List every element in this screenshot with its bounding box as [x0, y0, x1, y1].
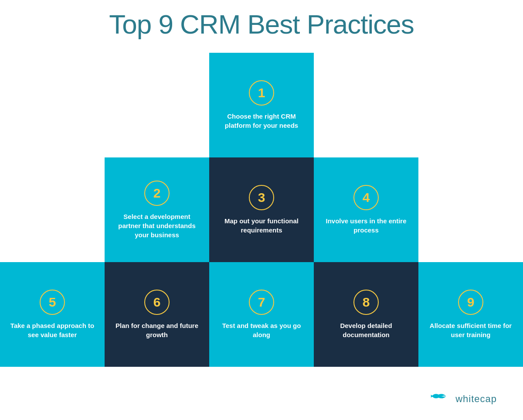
- tile-5: 5 Take a phased approach to see value fa…: [0, 262, 105, 367]
- row-1: 1 Choose the right CRM platform for your…: [0, 53, 523, 157]
- number-2: 2: [153, 187, 161, 200]
- number-6: 6: [153, 296, 161, 309]
- number-3: 3: [258, 191, 265, 204]
- number-circle-2: 2: [144, 181, 170, 206]
- tile-8: 8 Develop detailed documentation: [314, 262, 418, 367]
- tile-2: 2 Select a development partner that unde…: [105, 157, 209, 262]
- tile-label-9: Allocate sufficient time for user traini…: [427, 321, 514, 339]
- row-3: 5 Take a phased approach to see value fa…: [0, 262, 523, 367]
- brand-area: whitecap: [430, 391, 497, 407]
- number-8: 8: [363, 296, 370, 309]
- number-circle-3: 3: [249, 185, 274, 210]
- tile-label-6: Plan for change and future growth: [113, 321, 200, 339]
- number-circle-9: 9: [458, 290, 483, 315]
- number-7: 7: [258, 296, 265, 309]
- tile-label-2: Select a development partner that unders…: [113, 212, 200, 239]
- number-circle-8: 8: [353, 290, 379, 315]
- tile-7: 7 Test and tweak as you go along: [209, 262, 314, 367]
- number-circle-1: 1: [249, 80, 274, 106]
- tile-6: 6 Plan for change and future growth: [105, 262, 209, 367]
- number-1: 1: [258, 86, 265, 99]
- tile-label-5: Take a phased approach to see value fast…: [9, 321, 96, 339]
- row-2: 2 Select a development partner that unde…: [0, 157, 523, 262]
- number-4: 4: [363, 191, 370, 204]
- tile-label-8: Develop detailed documentation: [323, 321, 410, 339]
- number-circle-4: 4: [353, 185, 379, 210]
- tile-1: 1 Choose the right CRM platform for your…: [209, 53, 314, 157]
- pyramid: 1 Choose the right CRM platform for your…: [0, 53, 523, 367]
- tile-9: 9 Allocate sufficient time for user trai…: [418, 262, 523, 367]
- tile-3: 3 Map out your functional requirements: [209, 157, 314, 262]
- tile-label-1: Choose the right CRM platform for your n…: [218, 112, 305, 130]
- page-container: Top 9 CRM Best Practices 1 Choose the ri…: [0, 0, 523, 420]
- number-circle-7: 7: [249, 290, 274, 315]
- number-9: 9: [467, 296, 475, 309]
- tile-label-7: Test and tweak as you go along: [218, 321, 305, 339]
- brand-name: whitecap: [455, 393, 497, 405]
- tile-label-4: Involve users in the entire process: [323, 216, 410, 235]
- tile-4: 4 Involve users in the entire process: [314, 157, 418, 262]
- number-5: 5: [49, 296, 56, 309]
- number-circle-5: 5: [40, 290, 65, 315]
- page-title: Top 9 CRM Best Practices: [109, 9, 414, 40]
- brand-logo-icon: [430, 391, 452, 407]
- number-circle-6: 6: [144, 290, 170, 315]
- tile-label-3: Map out your functional requirements: [218, 216, 305, 235]
